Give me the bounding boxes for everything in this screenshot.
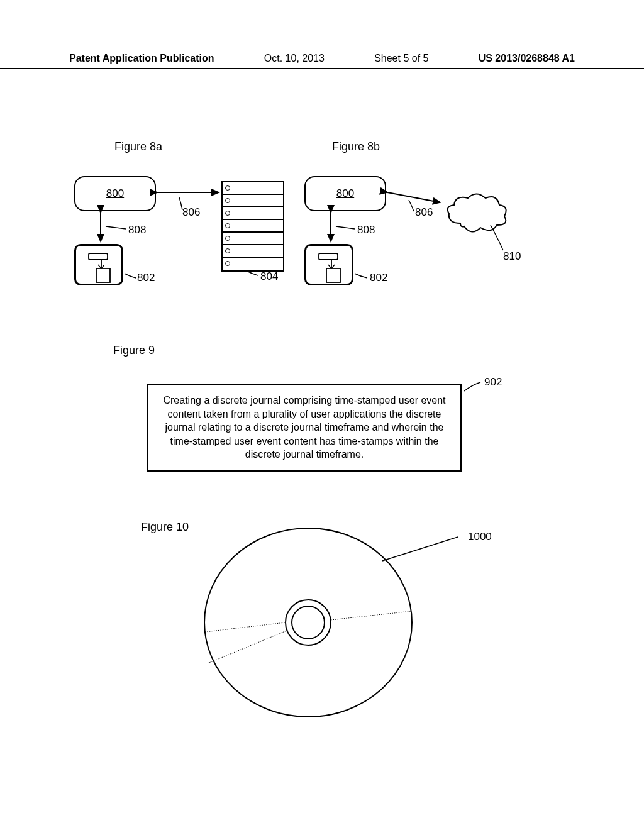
ref-902: 902 xyxy=(484,376,502,389)
svg-point-10 xyxy=(292,606,325,639)
ref-804: 804 xyxy=(260,270,278,283)
ref-806-a: 806 xyxy=(182,206,200,219)
ref-802-b: 802 xyxy=(370,272,387,284)
figure-9-text: Creating a discrete journal comprising t… xyxy=(163,395,445,460)
figure-8b-label: Figure 8b xyxy=(332,140,380,153)
svg-line-14 xyxy=(382,537,458,561)
ref-808-b: 808 xyxy=(357,224,375,236)
sheet-info: Sheet 5 of 5 xyxy=(374,53,428,64)
svg-line-12 xyxy=(331,611,411,620)
svg-point-8 xyxy=(204,528,412,717)
ref-810: 810 xyxy=(503,250,521,263)
document-number: US 2013/0268848 A1 xyxy=(479,53,575,64)
ref-806-b: 806 xyxy=(415,206,433,219)
figure-8-arrows xyxy=(57,176,560,302)
publication-title: Patent Application Publication xyxy=(69,53,214,64)
svg-line-13 xyxy=(208,630,288,663)
figure-10-label: Figure 10 xyxy=(141,521,189,534)
ref-802-a: 802 xyxy=(137,272,155,284)
figure-9-box: Creating a discrete journal comprising t… xyxy=(147,384,462,472)
ref-808-a: 808 xyxy=(128,224,146,236)
page-header: Patent Application Publication Oct. 10, … xyxy=(0,53,644,69)
svg-line-6 xyxy=(387,192,440,202)
figure-8a-label: Figure 8a xyxy=(114,140,162,153)
figure-10-disc xyxy=(182,516,509,723)
svg-line-11 xyxy=(205,622,286,632)
figure-9-label: Figure 9 xyxy=(113,344,155,357)
publication-date: Oct. 10, 2013 xyxy=(264,53,325,64)
ref-1000: 1000 xyxy=(468,531,492,543)
figure-8-area: 800 800 xyxy=(57,176,560,302)
